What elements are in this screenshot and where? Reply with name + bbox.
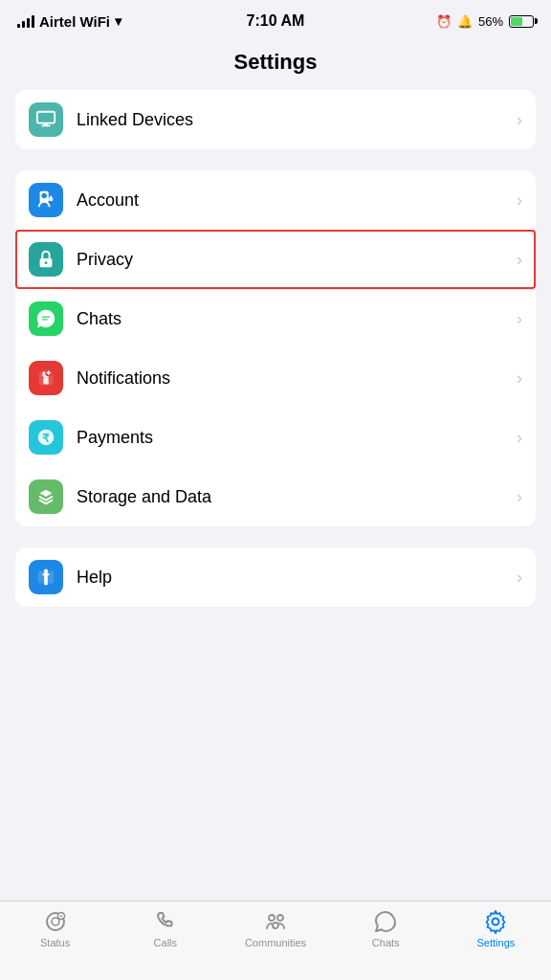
settings-tab-label: Settings — [477, 937, 516, 948]
notifications-row[interactable]: Notifications › — [15, 348, 536, 408]
payments-label: Payments — [77, 428, 517, 448]
linked-devices-chevron: › — [517, 110, 522, 130]
settings-content: Linked Devices › Account › — [0, 90, 551, 607]
notifications-label: Notifications — [77, 368, 517, 389]
linked-devices-label: Linked Devices — [77, 110, 517, 130]
privacy-label: Privacy — [77, 250, 517, 270]
storage-chevron: › — [517, 487, 522, 507]
tab-bar: Status Calls Communities Chats Settings — [0, 901, 551, 980]
page-title: Settings — [0, 50, 551, 75]
svg-text:₹: ₹ — [42, 432, 50, 445]
svg-rect-19 — [42, 573, 49, 575]
svg-rect-0 — [37, 112, 55, 123]
carrier-wifi: Airtel WiFi ▾ — [17, 13, 121, 30]
storage-row[interactable]: Storage and Data › — [15, 467, 536, 526]
tab-status[interactable]: Status — [0, 909, 110, 948]
carrier-label: Airtel WiFi — [39, 13, 110, 30]
status-tab-icon — [43, 909, 68, 934]
privacy-row[interactable]: Privacy › — [15, 230, 536, 289]
payments-row[interactable]: ₹ Payments › — [15, 408, 536, 467]
status-tab-label: Status — [40, 937, 70, 948]
privacy-chevron: › — [517, 250, 522, 270]
wifi-icon: ▾ — [115, 13, 121, 29]
payments-icon: ₹ — [29, 420, 63, 455]
linked-devices-group: Linked Devices › — [15, 90, 536, 149]
chats-tab-label: Chats — [372, 937, 400, 948]
svg-point-21 — [52, 918, 59, 925]
privacy-icon — [29, 242, 63, 277]
signal-icon — [17, 14, 34, 28]
svg-rect-2 — [44, 123, 48, 126]
chats-chevron: › — [517, 309, 522, 329]
help-label: Help — [77, 568, 517, 588]
notifications-chevron: › — [517, 368, 522, 389]
svg-point-25 — [277, 915, 283, 921]
linked-devices-row[interactable]: Linked Devices › — [15, 90, 536, 149]
svg-point-4 — [41, 193, 47, 199]
svg-point-24 — [269, 915, 275, 921]
tab-calls[interactable]: Calls — [110, 909, 220, 948]
account-row[interactable]: Account › — [15, 170, 536, 230]
payments-chevron: › — [517, 428, 522, 448]
svg-point-26 — [273, 923, 278, 928]
account-icon — [29, 183, 63, 217]
account-chevron: › — [517, 190, 522, 211]
nav-title: Settings — [0, 42, 551, 90]
battery-icon — [509, 15, 534, 28]
communities-tab-icon — [263, 909, 288, 934]
calls-tab-label: Calls — [154, 937, 177, 948]
battery-percent: 56% — [478, 14, 503, 29]
clock-icon: 🔔 — [457, 14, 473, 29]
help-group: i Help › — [15, 547, 536, 607]
svg-rect-12 — [43, 378, 49, 384]
chats-label: Chats — [77, 309, 517, 329]
chats-icon — [29, 301, 63, 336]
help-chevron: › — [517, 568, 522, 588]
storage-label: Storage and Data — [77, 487, 517, 507]
svg-point-8 — [45, 261, 48, 264]
status-bar: Airtel WiFi ▾ 7:10 AM ⏰ 🔔 56% — [0, 0, 551, 42]
linked-devices-icon — [29, 102, 63, 137]
status-time: 7:10 AM — [247, 12, 305, 30]
chats-tab-icon — [373, 909, 398, 934]
help-icon: i — [29, 560, 63, 594]
help-row[interactable]: i Help › — [15, 547, 536, 607]
settings-tab-icon — [483, 909, 508, 934]
svg-point-27 — [493, 919, 499, 925]
tab-chats[interactable]: Chats — [331, 909, 441, 948]
tab-settings[interactable]: Settings — [441, 909, 551, 948]
communities-tab-label: Communities — [245, 937, 306, 948]
account-group: Account › Privacy › — [15, 170, 536, 526]
alarm-icon: ⏰ — [436, 14, 452, 29]
chats-row[interactable]: Chats › — [15, 289, 536, 348]
tab-communities[interactable]: Communities — [220, 909, 330, 948]
notifications-icon — [29, 361, 63, 395]
storage-icon — [29, 479, 63, 514]
svg-rect-18 — [44, 569, 48, 586]
status-right: ⏰ 🔔 56% — [436, 14, 534, 29]
calls-tab-icon — [153, 909, 178, 934]
account-label: Account — [77, 190, 517, 211]
svg-rect-6 — [50, 195, 52, 198]
